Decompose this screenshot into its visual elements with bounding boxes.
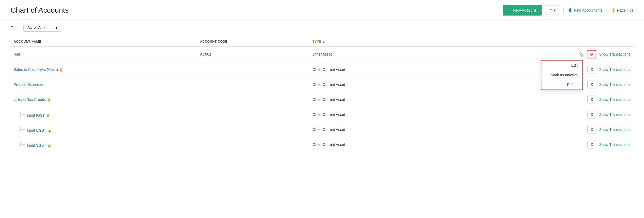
- account-name-link[interactable]: rent: [14, 52, 20, 56]
- account-code-cell: [197, 122, 309, 137]
- account-type-cell: Other Current Asset: [309, 62, 439, 77]
- show-transactions-link[interactable]: Show Transactions: [599, 112, 630, 117]
- tree-bar-icon: [20, 142, 21, 147]
- tree-horiz-icon: [22, 114, 25, 115]
- account-actions-cell: ⚙Show Transactions: [439, 77, 633, 92]
- row-gear-button[interactable]: ⚙: [587, 111, 596, 118]
- row-gear-button[interactable]: ⚙: [587, 141, 596, 148]
- show-transactions-link[interactable]: Show Transactions: [599, 67, 630, 72]
- show-transactions-link[interactable]: Show Transactions: [599, 142, 630, 147]
- lock-icon: 🔒: [46, 114, 50, 117]
- page-tips-button[interactable]: 💡 Page Tips: [611, 8, 633, 12]
- lock-icon: 🔒: [47, 144, 51, 147]
- filter-label: Filter:: [11, 26, 20, 30]
- row-actions: ⚙Show Transactions: [442, 81, 630, 88]
- dropdown-menu-item[interactable]: Edit: [541, 61, 582, 70]
- attachment-icon: 📎: [578, 52, 584, 57]
- new-account-label: New Account: [513, 8, 536, 12]
- row-actions: ⚙Show Transactions: [442, 66, 630, 73]
- col-header-type[interactable]: TYPE ▲: [309, 36, 439, 46]
- account-code-cell: AC001: [197, 46, 309, 62]
- accounts-table: ACCOUNT NAME ACCOUNT CODE TYPE ▲ rentAC0…: [11, 36, 633, 152]
- account-name-link[interactable]: Input CGST: [27, 128, 46, 132]
- row-actions: ⚙Show Transactions: [442, 141, 630, 148]
- tree-bar-icon: [20, 112, 21, 117]
- account-type-cell: Other Current Asset: [309, 92, 439, 107]
- account-name-cell: Input SGST🔒: [11, 137, 197, 152]
- chevron-down-icon: ▾: [56, 26, 57, 30]
- account-actions-cell: ⚙Show Transactions: [439, 92, 633, 107]
- account-name-link[interactable]: Prepaid Expenses: [14, 82, 44, 87]
- account-type-cell: Other Current Asset: [309, 122, 439, 137]
- account-name-link[interactable]: Input IGST: [27, 113, 45, 117]
- account-name-cell: 🗂Input Tax Credits🔒: [11, 92, 197, 107]
- account-type-cell: Other Asset: [309, 46, 439, 62]
- account-actions-cell: ⚙Show Transactions: [439, 137, 633, 152]
- account-name-cell: rent: [11, 46, 197, 62]
- row-actions: ⚙Show Transactions: [442, 126, 630, 133]
- lightbulb-icon: 💡: [611, 8, 616, 12]
- tree-bar-icon: [20, 127, 21, 132]
- plus-icon: +: [508, 7, 511, 13]
- account-type-cell: Other Current Asset: [309, 107, 439, 122]
- table-row: Input SGST🔒Other Current Asset⚙Show Tran…: [11, 137, 633, 152]
- col-header-actions: [439, 36, 633, 46]
- active-filter-label: Active Accounts: [27, 26, 53, 30]
- account-type-cell: Other Current Asset: [309, 77, 439, 92]
- account-code-cell: [197, 107, 309, 122]
- accounts-table-container: ACCOUNT NAME ACCOUNT CODE TYPE ▲ rentAC0…: [0, 36, 644, 152]
- find-accountants-button[interactable]: 👤 Find Accountants: [568, 8, 602, 12]
- table-row: Sales to Customers (Cash)🔒Other Current …: [11, 62, 633, 77]
- account-name-cell: Prepaid Expenses: [11, 77, 197, 92]
- sort-asc-icon: ▲: [322, 40, 325, 43]
- show-transactions-link[interactable]: Show Transactions: [599, 97, 630, 102]
- show-transactions-link[interactable]: Show Transactions: [599, 82, 630, 87]
- row-gear-button[interactable]: ⚙EditMark as InactiveDelete: [587, 50, 596, 58]
- show-transactions-link[interactable]: Show Transactions: [599, 127, 630, 132]
- row-gear-button[interactable]: ⚙: [587, 81, 596, 88]
- header-actions: + New Account ⚙ ▾ 👤 Find Accountants 💡 P…: [503, 5, 633, 16]
- row-gear-button[interactable]: ⚙: [587, 66, 596, 73]
- filter-bar: Filter: Active Accounts ▾: [0, 19, 644, 36]
- table-row: 🗂Input Tax Credits🔒Other Current Asset⚙S…: [11, 92, 633, 107]
- vertical-divider-2: [607, 8, 607, 13]
- show-transactions-link[interactable]: Show Transactions: [599, 52, 630, 56]
- account-name-link[interactable]: Input SGST: [27, 143, 46, 147]
- gear-settings-button[interactable]: ⚙ ▾: [546, 6, 559, 15]
- account-actions-cell: ⚙Show Transactions: [439, 62, 633, 77]
- gear-dropdown-menu: EditMark as InactiveDelete: [541, 60, 583, 90]
- account-actions-cell: ⚙Show Transactions: [439, 107, 633, 122]
- account-name-cell: Input CGST🔒: [11, 122, 197, 137]
- row-gear-button[interactable]: ⚙: [587, 96, 596, 103]
- row-actions: 📎⚙EditMark as InactiveDeleteShow Transac…: [442, 50, 630, 58]
- find-accountants-label: Find Accountants: [574, 8, 602, 12]
- person-icon: 👤: [568, 8, 572, 12]
- account-name-link[interactable]: Sales to Customers (Cash): [14, 67, 58, 72]
- account-name-cell: Sales to Customers (Cash)🔒: [11, 62, 197, 77]
- table-row: Prepaid ExpensesOther Current Asset⚙Show…: [11, 77, 633, 92]
- lock-icon: 🔒: [59, 68, 63, 72]
- tree-horiz-icon: [22, 129, 25, 130]
- row-actions: ⚙Show Transactions: [442, 111, 630, 118]
- tree-horiz-icon: [22, 144, 25, 145]
- dropdown-menu-item[interactable]: Delete: [541, 80, 582, 90]
- row-actions: ⚙Show Transactions: [442, 96, 630, 103]
- active-accounts-filter[interactable]: Active Accounts ▾: [23, 24, 61, 32]
- account-code-cell: [197, 137, 309, 152]
- dropdown-menu-item[interactable]: Mark as Inactive: [541, 70, 582, 80]
- col-header-account-code: ACCOUNT CODE: [197, 36, 309, 46]
- lock-icon: 🔒: [48, 129, 52, 132]
- account-code-cell: [197, 77, 309, 92]
- chevron-down-icon: ▾: [554, 8, 556, 13]
- account-actions-cell: ⚙Show Transactions: [439, 122, 633, 137]
- row-gear-button[interactable]: ⚙: [587, 126, 596, 133]
- table-row: Input IGST🔒Other Current Asset⚙Show Tran…: [11, 107, 633, 122]
- page-tips-label: Page Tips: [617, 8, 633, 12]
- account-actions-cell: 📎⚙EditMark as InactiveDeleteShow Transac…: [439, 46, 633, 62]
- new-account-button[interactable]: + New Account: [503, 5, 542, 16]
- account-type-cell: Other Current Asset: [309, 137, 439, 152]
- folder-icon: 🗂: [14, 98, 17, 102]
- account-name-cell: Input IGST🔒: [11, 107, 197, 122]
- account-name-link[interactable]: Input Tax Credits: [18, 97, 46, 102]
- table-header-row: ACCOUNT NAME ACCOUNT CODE TYPE ▲: [11, 36, 633, 46]
